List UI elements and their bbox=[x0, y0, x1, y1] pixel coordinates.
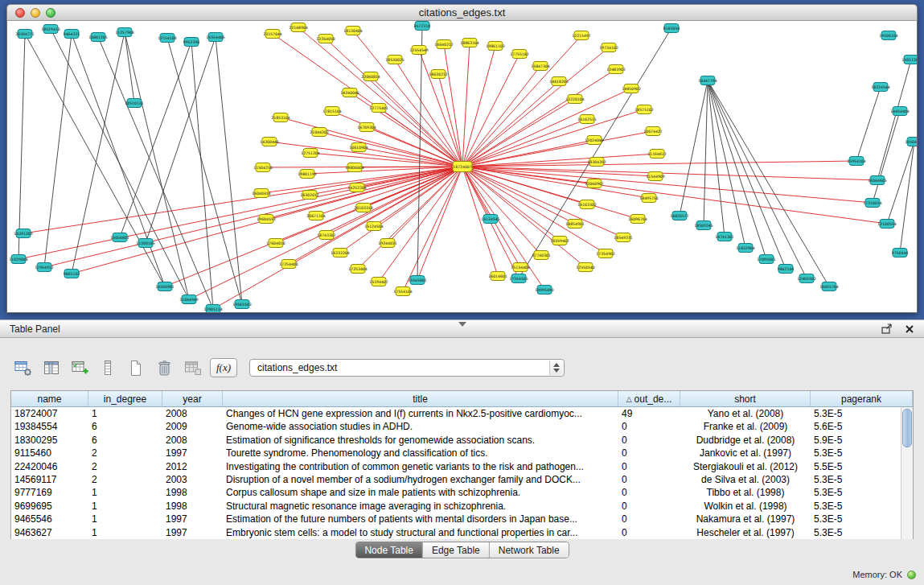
graph-node[interactable]: 15194407 bbox=[369, 278, 388, 286]
graph-node[interactable]: 22040907 bbox=[585, 179, 603, 188]
table-options-icon[interactable] bbox=[13, 357, 34, 378]
graph-node[interactable]: 23157044 bbox=[263, 30, 281, 39]
graph-node[interactable]: 12100554 bbox=[877, 220, 896, 229]
graph-edge[interactable] bbox=[125, 32, 189, 299]
graph-node[interactable]: 17554104 bbox=[393, 287, 412, 296]
graph-edge[interactable] bbox=[887, 142, 914, 224]
graph-node[interactable]: 15954104 bbox=[847, 157, 865, 166]
table-row[interactable]: 946362711997Embryonic stem cells: a mode… bbox=[11, 526, 901, 539]
graph-node[interactable]: 18863104 bbox=[460, 39, 478, 47]
graph-edge[interactable] bbox=[462, 167, 544, 290]
graph-edge[interactable] bbox=[213, 167, 462, 309]
graph-node[interactable]: 20671104 bbox=[306, 212, 325, 220]
graph-node[interactable]: 11544909 bbox=[646, 172, 664, 181]
column-header-in_degree[interactable]: in_degree bbox=[88, 391, 162, 406]
close-window-button[interactable] bbox=[15, 8, 25, 18]
graph-node[interactable]: 14741301 bbox=[715, 233, 733, 241]
table-row[interactable]: 1938455462009Genome-wide association stu… bbox=[11, 420, 901, 433]
graph-node[interactable]: 17554505 bbox=[509, 274, 528, 283]
graph-node[interactable]: 19506104 bbox=[879, 31, 897, 40]
memory-status-icon[interactable] bbox=[907, 571, 916, 579]
graph-node[interactable]: 15134545 bbox=[481, 215, 499, 224]
graph-node[interactable]: 18302012 bbox=[300, 191, 318, 200]
graph-node[interactable]: 17095601 bbox=[757, 255, 775, 264]
table-selector[interactable]: citations_edges.txt bbox=[249, 359, 565, 377]
graph-node[interactable]: 8183054 bbox=[663, 24, 680, 33]
column-header-year[interactable]: year bbox=[162, 391, 223, 406]
graph-edge[interactable] bbox=[371, 76, 462, 167]
graph-node[interactable]: 19604553 bbox=[257, 215, 275, 224]
table-row[interactable]: 1456911722003Disruption of a novel membe… bbox=[11, 473, 901, 486]
delete-table-icon[interactable] bbox=[154, 357, 175, 378]
graph-edge[interactable] bbox=[708, 80, 807, 278]
graph-node[interactable]: 15124504 bbox=[364, 222, 383, 231]
graph-edge[interactable] bbox=[708, 80, 725, 237]
graph-edge[interactable] bbox=[310, 153, 462, 167]
graph-node[interactable]: 9750444 bbox=[892, 249, 909, 257]
graph-node[interactable]: 14200440 bbox=[260, 138, 278, 146]
graph-node[interactable]: 9862104 bbox=[778, 265, 795, 274]
graph-node[interactable]: 16014601 bbox=[488, 272, 507, 281]
graph-node[interactable]: 15545801 bbox=[408, 276, 426, 285]
table-row[interactable]: 911546021997Tourette syndrome. Phenomeno… bbox=[11, 447, 901, 459]
graph-node[interactable]: 19244031 bbox=[378, 239, 396, 248]
graph-edge[interactable] bbox=[25, 34, 165, 286]
graph-edge[interactable] bbox=[417, 167, 462, 280]
graph-node[interactable]: 12775401 bbox=[369, 104, 388, 113]
table-row[interactable]: 946554611997Estimation of the future num… bbox=[11, 513, 901, 525]
graph-edge[interactable] bbox=[462, 89, 631, 167]
graph-node[interactable]: 12405502 bbox=[797, 274, 815, 283]
table-row[interactable]: 1872400712008Changes of HCN gene express… bbox=[11, 407, 901, 420]
column-header-short[interactable]: short bbox=[680, 391, 811, 406]
graph-edge[interactable] bbox=[353, 31, 462, 167]
graph-node[interactable]: 18724007 bbox=[453, 162, 472, 172]
graph-node[interactable]: 15011204 bbox=[901, 56, 917, 64]
graph-node[interactable]: 12264058 bbox=[316, 35, 335, 43]
graph-edge[interactable] bbox=[708, 80, 766, 259]
graph-node[interactable]: 11029004 bbox=[9, 255, 27, 264]
graph-node[interactable]: 16040414 bbox=[252, 189, 270, 198]
graph-node[interactable]: 19734103 bbox=[599, 43, 618, 52]
graph-node[interactable]: 18854901 bbox=[565, 220, 584, 229]
graph-node[interactable]: 22060814 bbox=[361, 72, 380, 81]
graph-node[interactable]: 21044949 bbox=[179, 295, 198, 304]
graph-node[interactable]: 10995490 bbox=[535, 286, 553, 295]
graph-node[interactable]: 16504111 bbox=[905, 138, 917, 146]
network-canvas[interactable]: 1872400718530025125545491664021218863104… bbox=[6, 21, 918, 313]
graph-node[interactable]: 18530025 bbox=[385, 56, 404, 64]
graph-node[interactable]: 12024049 bbox=[585, 136, 603, 145]
graph-node[interactable]: 14850903 bbox=[622, 84, 640, 93]
panel-resize-grip-icon[interactable] bbox=[458, 322, 466, 327]
graph-node[interactable]: 12905114 bbox=[203, 305, 222, 313]
graph-edge[interactable] bbox=[462, 161, 856, 167]
graph-edge[interactable] bbox=[873, 111, 900, 203]
column-header-pagerank[interactable]: pagerank bbox=[811, 391, 913, 406]
table-row[interactable]: 969969511998Structural magnetic resonanc… bbox=[11, 500, 901, 513]
minimize-window-button[interactable] bbox=[31, 8, 40, 18]
graph-node[interactable]: 22148904 bbox=[289, 23, 307, 32]
graph-node[interactable]: 16820577 bbox=[670, 212, 688, 220]
graph-node[interactable]: 9605102 bbox=[64, 270, 80, 278]
tab-network-table[interactable]: Network Table bbox=[490, 542, 569, 558]
column-header-title[interactable]: title bbox=[223, 391, 618, 406]
graph-node[interactable]: 18575102 bbox=[634, 105, 653, 114]
graph-edge[interactable] bbox=[51, 29, 189, 299]
graph-node[interactable]: 17740301 bbox=[532, 251, 550, 260]
graph-node[interactable]: 12751204 bbox=[301, 149, 319, 158]
graph-node[interactable]: 18130404 bbox=[343, 27, 362, 35]
window-titlebar[interactable]: citations_edges.txt bbox=[6, 4, 918, 21]
graph-node[interactable]: 16044605 bbox=[868, 176, 886, 185]
graph-node[interactable]: 13220104 bbox=[565, 95, 584, 104]
new-file-icon[interactable] bbox=[125, 357, 146, 378]
graph-node[interactable]: 19565503 bbox=[232, 300, 251, 309]
column-header-out_de[interactable]: △out_de... bbox=[618, 391, 680, 406]
close-panel-icon[interactable] bbox=[905, 324, 914, 334]
graph-node[interactable]: 17755182 bbox=[510, 50, 528, 59]
graph-node[interactable]: 18630212 bbox=[429, 70, 447, 79]
graph-node[interactable]: 20304771 bbox=[15, 30, 34, 39]
create-column-icon[interactable] bbox=[69, 357, 90, 378]
graph-node[interactable]: 10610904 bbox=[349, 143, 368, 152]
graph-edge[interactable] bbox=[72, 34, 165, 286]
graph-edge[interactable] bbox=[680, 80, 708, 216]
graph-node[interactable]: 16055704 bbox=[819, 282, 838, 291]
